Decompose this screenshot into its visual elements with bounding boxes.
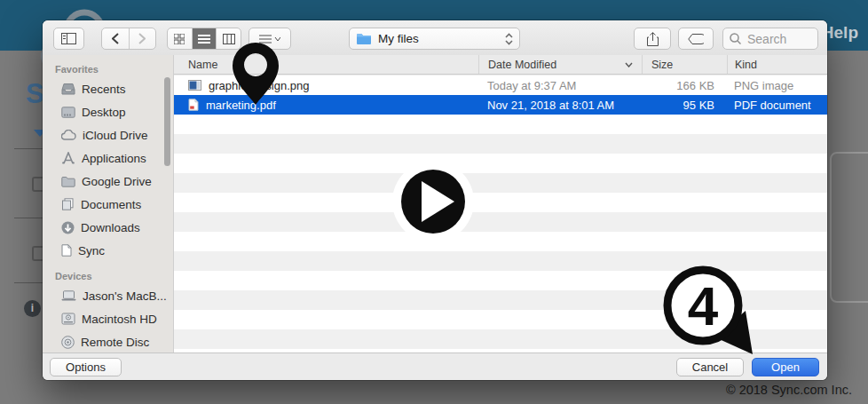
file-kind-cell: PDF document (727, 99, 827, 112)
divider (14, 282, 43, 283)
divider (14, 148, 43, 149)
sidebar-item-label: Recents (82, 83, 126, 96)
sidebar-item-documents[interactable]: Documents (43, 193, 173, 216)
sidebar-item-icloud-drive[interactable]: iCloud Drive (43, 123, 173, 147)
laptop-icon (61, 290, 76, 301)
chevron-left-icon (112, 33, 119, 44)
file-date-cell: Today at 9:37 AM (478, 79, 642, 92)
cancel-button-label: Cancel (692, 360, 728, 374)
sidebar-item-label: Jason's MacB... (83, 289, 167, 303)
forward-button[interactable] (129, 28, 156, 49)
file-date: Today at 9:37 AM (487, 79, 576, 92)
column-header-date-modified[interactable]: Date Modified (478, 55, 642, 74)
info-icon[interactable]: i (24, 300, 41, 317)
file-name: marketing.pdf (206, 99, 276, 112)
location-popup[interactable]: My files (349, 28, 520, 50)
copyright-text: © 2018 Sync.com Inc. (726, 383, 852, 397)
blue-folder-icon (356, 33, 372, 45)
file-open-dialog: My files (43, 20, 827, 380)
list-view-button[interactable] (192, 28, 217, 49)
cancel-button[interactable]: Cancel (676, 358, 744, 376)
file-date-cell: Nov 21, 2018 at 8:01 AM (478, 99, 642, 112)
desktop-icon (61, 107, 75, 118)
back-button[interactable] (102, 28, 129, 49)
page-icon (61, 244, 72, 257)
divider (14, 218, 43, 218)
column-header-label: Name (188, 59, 217, 71)
column-view-button[interactable] (216, 28, 241, 49)
grid-view-icon (174, 34, 185, 44)
dialog-toolbar: My files (43, 20, 827, 55)
history-nav-group (101, 28, 156, 50)
file-size-cell: 95 KB (642, 99, 727, 112)
list-column-headers: Name Date Modified Size Kind (174, 55, 827, 75)
pdf-file-icon (188, 99, 199, 111)
devices-section-label: Devices (43, 262, 173, 284)
sidebar-item-label: Macintosh HD (82, 313, 157, 326)
folder-icon (61, 176, 75, 187)
cloud-icon (61, 130, 76, 140)
sidebar-item-downloads[interactable]: Downloads (43, 216, 173, 239)
background-panel (830, 152, 868, 303)
popup-chevrons-icon (505, 33, 513, 45)
view-mode-group (167, 28, 241, 50)
page-title-partial: S (26, 78, 44, 110)
file-kind-cell: PNG image (727, 79, 827, 92)
sidebar-item-label: Downloads (81, 221, 140, 234)
sort-direction-icon (625, 62, 633, 67)
group-menu-button[interactable] (249, 28, 291, 50)
sidebar-item-label: Documents (81, 198, 141, 211)
search-field[interactable] (722, 28, 818, 50)
icon-view-button[interactable] (168, 28, 192, 49)
sidebar-item-macintosh-hd[interactable]: Macintosh HD (43, 307, 173, 330)
file-kind: PDF document (734, 99, 811, 112)
list-view-icon (198, 34, 210, 44)
sidebar-panel-icon (61, 33, 76, 44)
sidebar-item-macbook[interactable]: Jason's MacB... (43, 284, 173, 307)
tags-button[interactable] (678, 28, 714, 50)
column-header-size[interactable]: Size (642, 55, 727, 74)
file-name: graphic_design.png (209, 79, 309, 92)
downloads-icon (61, 221, 75, 234)
recents-icon (61, 83, 75, 95)
column-header-kind[interactable]: Kind (727, 55, 827, 74)
sidebar-item-label: Remote Disc (81, 336, 149, 349)
file-size: 95 KB (683, 99, 714, 112)
open-button[interactable]: Open (752, 358, 819, 376)
sidebar-item-label: Google Drive (82, 175, 152, 188)
sidebar-item-sync[interactable]: Sync (43, 239, 173, 262)
column-header-name[interactable]: Name (174, 59, 478, 71)
group-menu-icon (259, 34, 280, 44)
file-size: 166 KB (676, 79, 714, 92)
tag-icon (688, 34, 704, 44)
sidebar-item-desktop[interactable]: Desktop (43, 100, 173, 123)
column-view-icon (223, 34, 235, 44)
options-button[interactable]: Options (50, 358, 122, 376)
sidebar-toggle-button[interactable] (53, 28, 84, 50)
sidebar-scrollbar[interactable] (164, 77, 170, 166)
file-row-graphic-design[interactable]: graphic_design.png Today at 9:37 AM 166 … (174, 75, 827, 95)
sidebar-item-label: Sync (78, 244, 105, 257)
harddrive-icon (61, 313, 75, 325)
file-list: graphic_design.png Today at 9:37 AM 166 … (174, 75, 827, 353)
file-name-cell: graphic_design.png (174, 79, 478, 92)
share-button[interactable] (634, 28, 671, 50)
sidebar-item-label: iCloud Drive (83, 129, 148, 142)
sidebar-item-remote-disc[interactable]: Remote Disc (43, 330, 173, 353)
column-header-label: Kind (735, 59, 757, 71)
share-icon (647, 32, 659, 46)
disc-icon (61, 336, 75, 349)
documents-icon (61, 198, 75, 210)
applications-icon (61, 152, 75, 164)
sidebar-item-google-drive[interactable]: Google Drive (43, 170, 173, 193)
file-name-cell: marketing.pdf (174, 99, 478, 112)
column-header-label: Date Modified (488, 59, 556, 71)
sidebar-item-applications[interactable]: Applications (43, 147, 173, 170)
options-button-label: Options (66, 360, 106, 374)
chevron-right-icon (138, 33, 146, 44)
file-row-marketing-selected[interactable]: marketing.pdf Nov 21, 2018 at 8:01 AM 95… (174, 95, 827, 115)
sidebar-item-recents[interactable]: Recents (43, 77, 173, 100)
search-input[interactable] (746, 31, 811, 47)
open-button-label: Open (771, 360, 800, 374)
image-file-icon (188, 80, 201, 91)
